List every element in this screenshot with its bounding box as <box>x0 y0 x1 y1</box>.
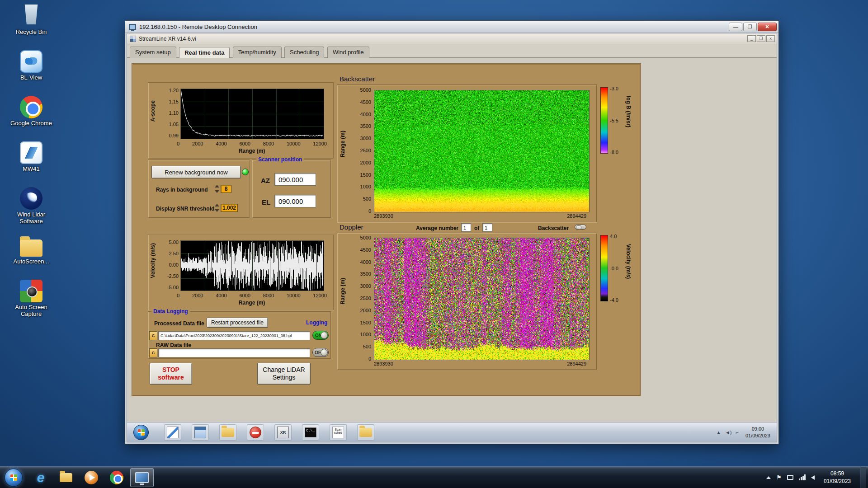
wind-lidar-icon <box>20 187 42 210</box>
rdp-titlebar[interactable]: 192.168.0.150 - Remote Desktop Connectio… <box>125 21 778 33</box>
app-titlebar[interactable]: StreamLine XR v14-6.vi _ ❐ x <box>127 33 777 44</box>
taskbar-rdp-active[interactable] <box>130 468 154 487</box>
tray-display-icon[interactable] <box>787 475 793 480</box>
snr-spinner[interactable] <box>215 204 220 212</box>
app-restore-button[interactable]: ❐ <box>757 35 765 42</box>
desktop-icon-auto-screen-capture[interactable]: Auto Screen Capture <box>6 280 56 318</box>
tab-temp-humidity[interactable]: Temp/humidity <box>233 47 282 58</box>
processed-logging-toggle[interactable]: ON <box>312 331 329 340</box>
desktop-icon-label: BL-View <box>6 75 56 81</box>
stop-software-button[interactable]: STOP software <box>150 363 192 385</box>
rdp-taskbar-folder-2[interactable] <box>357 424 374 441</box>
ascope-yticks: 1.20 1.15 1.10 1.05 0.99 <box>160 88 179 138</box>
rdp-taskbar-paint[interactable] <box>164 424 181 441</box>
rays-spinner[interactable] <box>215 185 220 193</box>
x-tick: 10000 <box>287 293 301 298</box>
rdp-taskbar-folder[interactable] <box>219 424 236 441</box>
rdp-taskbar-scan-sched[interactable]: Scan sched <box>330 424 347 441</box>
data-logging-group: Data Logging Processed Data file Restart… <box>148 311 331 359</box>
front-panel: A-scope 1.20 1.15 1.10 1.05 0.99 0 2000 <box>132 63 641 396</box>
rdp-taskbar-calculator[interactable] <box>192 424 209 441</box>
doppler-colorbar-ticks: 4.0 -0.0 -4.0 <box>610 234 618 303</box>
renew-background-button[interactable]: Renew background now <box>151 166 241 178</box>
velocity-xlabel: Range (m) <box>180 300 323 306</box>
rdp-taskbar-console[interactable]: C:\_ <box>302 424 319 441</box>
average-total-value[interactable]: 1 <box>482 223 492 232</box>
folder-icon <box>60 473 72 482</box>
y-tick: 1.10 <box>169 110 179 116</box>
rdp-taskbar: XR C:\_ Scan sched ▲ ◄) ⌐ 09:00 01/09/20… <box>127 422 777 442</box>
doppler-x-left: 2893930 <box>374 361 393 366</box>
tab-system-setup[interactable]: System setup <box>130 47 176 58</box>
colorbar-tick: -8.0 <box>610 150 618 155</box>
tab-wind-profile[interactable]: Wind profile <box>327 47 369 58</box>
y-tick: 500 <box>363 196 371 202</box>
rdp-clock[interactable]: 09:00 01/09/2023 <box>743 426 773 439</box>
rdp-tray-chevron-icon[interactable]: ▲ <box>716 430 721 435</box>
rdp-window: 192.168.0.150 - Remote Desktop Connectio… <box>125 20 779 444</box>
show-desktop-button[interactable] <box>860 467 866 488</box>
doppler-heatmap-canvas[interactable] <box>374 238 590 360</box>
rdp-taskbar-power[interactable] <box>247 424 264 441</box>
tray-volume-icon[interactable] <box>811 475 815 480</box>
y-tick: 4000 <box>360 259 371 265</box>
y-tick: 0 <box>368 356 371 361</box>
folder-icon <box>359 428 372 437</box>
app-close-button[interactable]: x <box>766 35 775 42</box>
backscatter-toggle-label: Backscatter <box>538 225 569 231</box>
rdp-window-icon <box>129 24 136 30</box>
tray-network-icon[interactable] <box>799 474 806 480</box>
taskbar-internet-explorer[interactable]: e <box>29 468 52 487</box>
rays-value[interactable]: 8 <box>221 185 231 193</box>
ascope-plot-box: A-scope 1.20 1.15 1.10 1.05 0.99 0 2000 <box>148 82 334 159</box>
el-value[interactable]: 090.000 <box>274 195 316 207</box>
close-button[interactable]: ✕ <box>758 23 777 31</box>
x-tick: 6000 <box>239 141 250 146</box>
velocity-yticks: 5.00 2.50 0.00 -2.50 -5.00 <box>159 239 179 290</box>
taskbar-clock[interactable]: 08:59 01/09/2023 <box>820 470 854 484</box>
desktop-icon-recycle-bin[interactable]: Recycle Bin <box>6 5 56 36</box>
minimize-button[interactable]: — <box>729 23 742 31</box>
desktop-icon-mw41[interactable]: MW41 <box>6 141 56 173</box>
app-minimize-button[interactable]: _ <box>747 35 756 42</box>
y-tick: 2500 <box>360 148 371 153</box>
rdp-taskbar-xr-app[interactable]: XR <box>274 424 292 441</box>
change-lidar-settings-button[interactable]: Change LiDAR Settings <box>257 363 311 385</box>
snr-value[interactable]: 1.002 <box>221 204 238 212</box>
raw-drive-selector[interactable]: C <box>149 348 157 357</box>
processed-path-field[interactable]: C:\Lidar\Data\Proc\2023\202309\20230901\… <box>158 331 310 340</box>
tab-scheduling[interactable]: Scheduling <box>284 47 324 58</box>
tab-real-time-data[interactable]: Real time data <box>179 47 230 59</box>
rdp-clock-date: 01/09/2023 <box>745 432 770 439</box>
internet-explorer-icon: e <box>37 470 45 485</box>
desktop-icon-google-chrome[interactable]: Google Chrome <box>6 96 56 127</box>
processed-drive-selector[interactable]: C <box>149 331 157 340</box>
background-controls-group: Renew background now Rays in background … <box>148 160 250 218</box>
taskbar-media-player[interactable] <box>80 468 103 487</box>
tray-chevron-icon[interactable] <box>766 476 771 479</box>
colorbar-tick: -3.0 <box>610 86 618 91</box>
desktop-icon-autoscreen[interactable]: AutoScreen... <box>6 239 56 265</box>
taskbar-chrome[interactable] <box>105 468 128 487</box>
raw-logging-toggle[interactable]: OFF <box>312 348 329 357</box>
az-value[interactable]: 090.000 <box>274 173 316 186</box>
maximize-button[interactable]: ❐ <box>743 23 757 31</box>
average-number-value[interactable]: 1 <box>461 223 471 232</box>
backscatter-toggle[interactable] <box>575 225 586 230</box>
restart-processed-file-button[interactable]: Restart processed file <box>207 318 268 328</box>
doppler-title: Doppler <box>340 223 363 231</box>
desktop-icon-bl-view[interactable]: BL-View <box>6 50 56 81</box>
backscatter-heatmap-canvas[interactable] <box>374 90 590 212</box>
desktop-icon-wind-lidar[interactable]: Wind Lidar Software <box>6 187 56 225</box>
start-button[interactable] <box>5 469 23 487</box>
rdp-start-button[interactable] <box>133 425 149 440</box>
y-tick: 1.20 <box>169 88 179 93</box>
rdp-tray-network-icon[interactable]: ⌐ <box>736 430 739 435</box>
x-tick: 8000 <box>263 141 274 146</box>
raw-path-field[interactable] <box>158 348 310 357</box>
action-center-flag-icon[interactable]: ⚑ <box>776 474 782 481</box>
rdp-tray-volume-icon[interactable]: ◄) <box>725 430 732 435</box>
console-icon: C:\_ <box>305 427 316 437</box>
taskbar-explorer[interactable] <box>54 468 78 487</box>
logging-label: Logging <box>306 319 327 326</box>
